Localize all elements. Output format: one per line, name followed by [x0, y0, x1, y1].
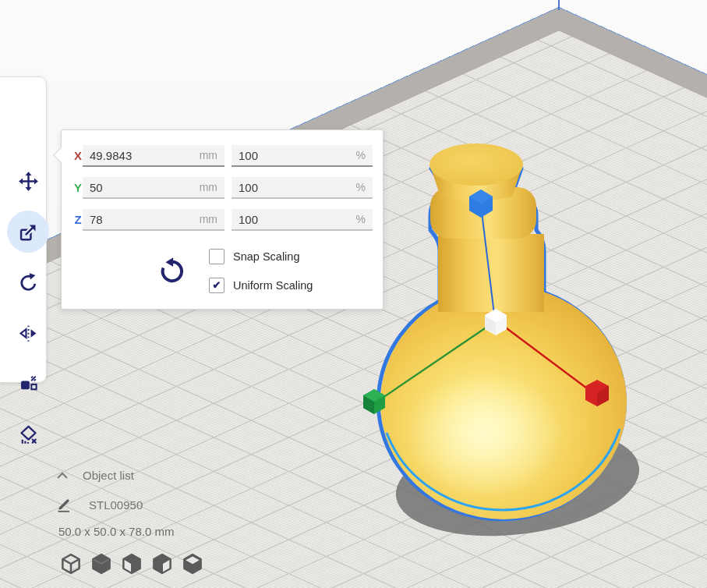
scale-tool-panel: X 49.9843 mm 100 % Y 50 mm 100 % Z	[61, 129, 384, 310]
tool-panel	[0, 76, 47, 383]
percent-unit-label: %	[356, 181, 366, 193]
scale-row-z: Z 78 mm 100 %	[62, 209, 383, 231]
object-list-item[interactable]: STL00950	[56, 496, 143, 513]
scale-tool-button[interactable]	[7, 211, 49, 253]
per-model-settings-button[interactable]	[10, 366, 46, 402]
move-icon	[18, 171, 39, 192]
mirror-icon	[18, 323, 39, 344]
view-front-button[interactable]	[90, 552, 113, 576]
flask-model[interactable]	[380, 143, 627, 519]
uniform-scaling-label: Uniform Scaling	[233, 279, 313, 292]
snap-scaling-row: ✔ Snap Scaling	[209, 248, 299, 264]
view-orientation-buttons	[59, 552, 204, 576]
rotate-icon	[18, 272, 39, 293]
z-percent-input[interactable]: 100 %	[232, 209, 373, 231]
mm-unit-label: mm	[200, 149, 217, 161]
view-right-button[interactable]	[181, 552, 204, 576]
support-blocker-icon	[18, 424, 39, 445]
reset-icon	[157, 257, 186, 286]
object-list-toggle[interactable]: Object list	[56, 469, 134, 482]
uniform-scaling-row: ✔ Uniform Scaling	[209, 277, 313, 293]
view-left-button[interactable]	[150, 552, 174, 576]
mm-unit-label: mm	[200, 181, 217, 193]
z-size-input[interactable]: 78 mm	[83, 209, 224, 231]
object-list-label: Object list	[83, 469, 134, 482]
mm-unit-label: mm	[200, 213, 217, 225]
rotate-tool-button[interactable]	[10, 264, 46, 300]
percent-unit-label: %	[356, 149, 366, 161]
scale-row-x: X 49.9843 mm 100 %	[62, 145, 383, 167]
pencil-icon	[56, 496, 73, 513]
x-percent-input[interactable]: 100 %	[232, 145, 373, 167]
scale-icon	[18, 221, 39, 243]
view-3d-button[interactable]	[59, 552, 83, 576]
y-percent-input[interactable]: 100 %	[232, 177, 373, 199]
x-size-input[interactable]: 49.9843 mm	[83, 145, 224, 167]
reset-scale-button[interactable]	[157, 257, 186, 286]
cura-3d-viewport: X 49.9843 mm 100 % Y 50 mm 100 % Z	[0, 0, 707, 588]
uniform-scaling-checkbox[interactable]: ✔	[209, 278, 224, 293]
y-size-input[interactable]: 50 mm	[83, 177, 224, 199]
snap-scaling-label: Snap Scaling	[233, 250, 299, 263]
scale-row-y: Y 50 mm 100 %	[62, 177, 383, 199]
model-file-name: STL00950	[89, 498, 143, 512]
per-model-settings-icon	[18, 374, 39, 395]
support-blocker-button[interactable]	[10, 416, 46, 452]
percent-unit-label: %	[356, 213, 366, 225]
move-tool-button[interactable]	[10, 163, 46, 199]
chevron-up-icon	[56, 471, 69, 480]
snap-scaling-checkbox[interactable]: ✔	[209, 249, 224, 264]
model-dimensions: 50.0 x 50.0 x 78.0 mm	[58, 525, 174, 538]
mirror-tool-button[interactable]	[10, 315, 46, 351]
view-top-button[interactable]	[120, 552, 143, 576]
